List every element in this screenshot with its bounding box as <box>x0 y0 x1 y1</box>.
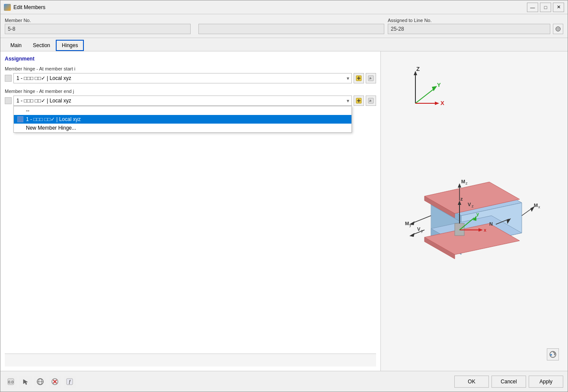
hinge-end-edit-button[interactable] <box>366 96 376 106</box>
footer-icon-cross[interactable] <box>49 376 61 388</box>
svg-line-50 <box>412 216 431 223</box>
refresh-view-button[interactable] <box>547 348 559 360</box>
hinge-start-label: Member hinge - At member start i <box>5 66 376 71</box>
tab-section[interactable]: Section <box>27 40 56 51</box>
hinge-start-select-wrap: 1 - □□□ □□✓ | Local xyz ▼ <box>13 73 352 83</box>
ok-button[interactable]: OK <box>454 376 489 388</box>
assigned-group: Assigned to Line No. <box>388 18 563 34</box>
mid-group <box>198 18 384 34</box>
member-no-group: Member No. <box>5 18 195 34</box>
hinge-end-select[interactable]: 1 - □□□ □□✓ | Local xyz <box>13 96 352 106</box>
svg-text:z: z <box>466 181 468 185</box>
footer-icon-function[interactable]: ƒ <box>64 376 76 388</box>
tab-main[interactable]: Main <box>5 40 27 51</box>
main-window: Edit Members — □ ✕ Member No. Assigned t… <box>0 0 568 392</box>
footer-icon-number[interactable]: 0.0 <box>5 376 17 388</box>
svg-text:0.0: 0.0 <box>8 380 14 384</box>
dialog-content: Member No. Assigned to Line No. Main <box>0 14 568 392</box>
beam-diagram-svg: z x y M z <box>405 172 543 289</box>
cancel-button[interactable]: Cancel <box>491 376 526 388</box>
svg-marker-41 <box>458 183 461 188</box>
beam-diagram-container: z x y M z <box>405 113 543 348</box>
hinge-end-label: Member hinge - At member end j <box>5 89 376 94</box>
assigned-label: Assigned to Line No. <box>388 18 563 23</box>
hinge-start-new-button[interactable] <box>354 73 364 83</box>
svg-line-14 <box>415 88 435 103</box>
svg-text:z: z <box>460 196 463 201</box>
app-icon <box>4 4 11 11</box>
svg-text:Z: Z <box>416 66 420 72</box>
svg-marker-18 <box>435 102 439 105</box>
hinge-end-select-wrap: 1 - □□□ □□✓ | Local xyz ▼ -- <box>13 96 352 106</box>
hinge-start-select[interactable]: 1 - □□□ □□✓ | Local xyz <box>13 73 352 83</box>
svg-text:M: M <box>534 203 538 208</box>
member-no-input[interactable] <box>5 24 191 34</box>
left-panel: Assignment Member hinge - At member star… <box>0 51 381 371</box>
tab-hinges[interactable]: Hinges <box>56 40 84 51</box>
assignment-header: Assignment <box>5 56 376 62</box>
close-button[interactable]: ✕ <box>553 3 564 12</box>
assigned-input[interactable] <box>388 24 550 34</box>
new-hinge-icon <box>17 125 23 131</box>
svg-text:M: M <box>461 179 465 184</box>
hinge-end-input-row: 1 - □□□ □□✓ | Local xyz ▼ -- <box>5 96 376 106</box>
dropdown-item-1[interactable]: 1 - □□□ □□✓ | Local xyz <box>14 115 351 124</box>
svg-text:z: z <box>472 204 474 208</box>
restore-button[interactable]: □ <box>540 3 551 12</box>
footer-icon-select[interactable] <box>19 376 32 388</box>
svg-text:V: V <box>417 226 421 232</box>
dropdown-item-new[interactable]: New Member Hinge... <box>14 124 351 132</box>
window-title: Edit Members <box>13 4 527 10</box>
svg-marker-57 <box>409 233 415 237</box>
minimize-button[interactable]: — <box>527 3 538 12</box>
footer: 0.0 ƒ OK Cancel Apply <box>0 371 568 392</box>
apply-button[interactable]: Apply <box>529 376 563 388</box>
title-bar: Edit Members — □ ✕ <box>0 0 568 14</box>
dropdown-new-label: New Member Hinge... <box>26 125 76 131</box>
bottom-right-icon-container <box>547 348 559 360</box>
dropdown-item1-label: 1 - □□□ □□✓ | Local xyz <box>26 116 81 122</box>
hinge-start-color-box <box>5 75 12 82</box>
svg-text:X: X <box>440 100 444 106</box>
coord-axes-container: Z Y X <box>394 64 450 113</box>
footer-icon-globe[interactable] <box>34 376 46 388</box>
hinge-end-dropdown: -- 1 - □□□ □□✓ | Local xyz New Member Hi… <box>13 106 352 133</box>
empty-icon <box>17 108 23 114</box>
hinge-start-input-row: 1 - □□□ □□✓ | Local xyz ▼ <box>5 73 376 83</box>
assigned-pick-button[interactable] <box>553 24 563 34</box>
svg-text:V: V <box>468 202 471 207</box>
left-spacer <box>5 111 376 354</box>
window-controls: — □ ✕ <box>527 3 564 12</box>
hinge-end-new-button[interactable] <box>354 96 364 106</box>
hinge-start-edit-button[interactable] <box>366 73 376 83</box>
svg-text:y: y <box>409 223 412 227</box>
svg-text:M: M <box>405 221 409 226</box>
footer-left-icons: 0.0 ƒ <box>5 376 452 388</box>
svg-text:N: N <box>489 221 493 226</box>
dropdown-item1-icon <box>17 116 23 122</box>
svg-text:ƒ: ƒ <box>68 379 71 384</box>
hinge-end-color-box <box>5 97 12 104</box>
body-area: Assignment Member hinge - At member star… <box>0 51 568 371</box>
assigned-row <box>388 24 563 34</box>
member-no-label: Member No. <box>5 18 195 23</box>
tabs-row: Main Section Hinges <box>0 38 568 51</box>
coord-axes-svg: Z Y X <box>394 64 450 112</box>
dropdown-item-empty[interactable]: -- <box>14 106 351 115</box>
svg-text:x: x <box>484 227 487 233</box>
mid-input[interactable] <box>198 24 384 34</box>
dropdown-empty-label: -- <box>26 108 29 114</box>
right-panel: Z Y X <box>381 51 568 371</box>
svg-point-63 <box>550 354 552 356</box>
left-panel-bottom <box>5 354 376 367</box>
svg-text:x: x <box>538 205 540 209</box>
mid-label <box>198 18 384 23</box>
svg-text:y: y <box>476 211 479 217</box>
hinge-start-row: Member hinge - At member start i 1 - □□□… <box>5 66 376 83</box>
top-fields-row: Member No. Assigned to Line No. <box>0 14 568 38</box>
svg-text:Y: Y <box>437 82 441 88</box>
hinge-end-row: Member hinge - At member end j 1 - □□□ □… <box>5 89 376 106</box>
